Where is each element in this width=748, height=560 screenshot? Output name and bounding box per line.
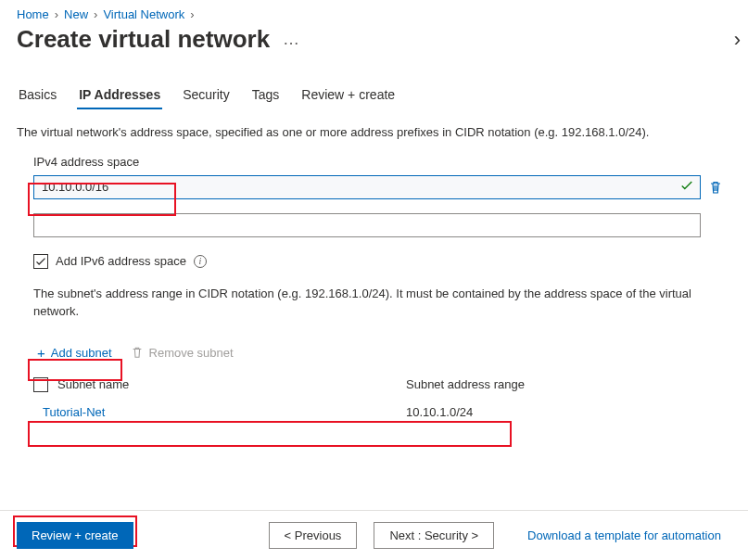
- chevron-right-icon: ›: [94, 7, 97, 21]
- ipv4-address-input-1[interactable]: [33, 213, 701, 237]
- breadcrumb-new[interactable]: New: [64, 7, 88, 21]
- ipv4-address-input-0[interactable]: [33, 175, 701, 199]
- tab-ip-addresses[interactable]: IP Addresses: [77, 82, 162, 109]
- trash-icon: [131, 346, 144, 359]
- add-subnet-button[interactable]: + Add subnet: [33, 343, 116, 363]
- trash-icon: [708, 180, 723, 195]
- help-subnet-range: The subnet's address range in CIDR notat…: [33, 286, 719, 321]
- subnet-table-header: Subnet name Subnet address range: [33, 377, 731, 392]
- page-title: Create virtual network: [17, 25, 270, 54]
- remove-subnet-label: Remove subnet: [149, 346, 234, 360]
- tab-basics[interactable]: Basics: [17, 82, 58, 109]
- previous-button[interactable]: < Previous: [269, 522, 358, 549]
- review-create-button[interactable]: Review + create: [17, 522, 133, 549]
- help-address-space: The virtual network's address space, spe…: [17, 124, 731, 142]
- select-all-subnets-checkbox[interactable]: [33, 377, 48, 392]
- tab-tags[interactable]: Tags: [250, 82, 282, 109]
- plus-icon: +: [37, 345, 45, 361]
- subnet-range-value: 10.10.1.0/24: [406, 405, 473, 419]
- breadcrumb-home[interactable]: Home: [17, 7, 49, 21]
- add-subnet-label: Add subnet: [51, 346, 112, 360]
- delete-address-button[interactable]: [708, 180, 723, 195]
- next-button[interactable]: Next : Security >: [374, 522, 494, 549]
- breadcrumb: Home › New › Virtual Network ›: [17, 7, 731, 21]
- label-add-ipv6: Add IPv6 address space: [56, 254, 186, 268]
- more-menu-button[interactable]: …: [283, 30, 301, 49]
- subnet-row: Tutorial-Net 10.10.1.0/24: [33, 405, 731, 419]
- ipv6-checkbox[interactable]: [33, 254, 48, 269]
- label-ipv4-address-space: IPv4 address space: [33, 155, 731, 169]
- chevron-right-icon[interactable]: ›: [734, 28, 741, 52]
- remove-subnet-button[interactable]: Remove subnet: [131, 346, 234, 360]
- chevron-right-icon: ›: [55, 7, 58, 21]
- download-template-link[interactable]: Download a template for automation: [527, 528, 721, 542]
- checkmark-icon: [680, 179, 693, 192]
- check-icon: [35, 256, 46, 267]
- tabs: Basics IP Addresses Security Tags Review…: [17, 82, 731, 109]
- chevron-right-icon: ›: [190, 7, 194, 21]
- col-subnet-range: Subnet address range: [406, 377, 525, 391]
- tab-review-create[interactable]: Review + create: [299, 82, 397, 109]
- footer: Review + create < Previous Next : Securi…: [0, 510, 748, 560]
- col-subnet-name: Subnet name: [57, 377, 129, 391]
- tab-security[interactable]: Security: [181, 82, 232, 109]
- info-icon[interactable]: i: [194, 255, 207, 268]
- breadcrumb-virtual-network[interactable]: Virtual Network: [103, 7, 184, 21]
- subnet-name-link[interactable]: Tutorial-Net: [43, 405, 105, 419]
- highlight-box: [28, 421, 512, 447]
